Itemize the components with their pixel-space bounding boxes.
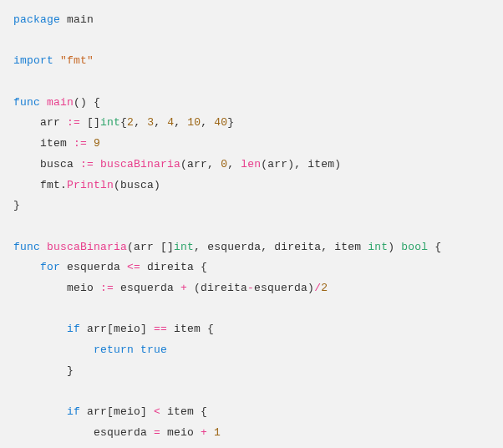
space [87,137,94,150]
op-assign: := [74,137,87,150]
comma: , [174,116,187,129]
var-busca: busca [40,158,80,171]
pkg-fmt: fmt [40,179,60,191]
keyword-return: return [94,344,134,356]
param: item [334,241,368,253]
comma: , [194,241,207,253]
space [80,405,87,418]
parens: () [74,96,87,109]
comma: , [321,241,334,253]
slice-brackets: [] [160,241,174,253]
func-println: Println [67,179,114,191]
number: 3 [147,116,154,129]
indent [13,405,67,418]
op-assign: := [100,282,114,294]
number: 1 [214,426,221,439]
func-main: main [47,96,74,109]
paren-open: ( [127,241,134,253]
keyword-if: if [67,323,80,335]
number: 40 [214,116,227,129]
paren-close: ) [334,158,341,171]
code-block: package main import "fmt" func main() { … [13,10,490,443]
expr: arr[meio] [87,405,154,418]
keyword-for: for [40,261,60,273]
expr: esquerda [94,426,154,439]
indent [13,323,67,335]
comma: , [261,241,274,253]
arg: arr [267,158,287,171]
space [94,158,100,171]
space [80,116,87,129]
slice-brackets: [] [87,116,100,129]
var-arr: arr [40,116,67,129]
comma: , [207,158,221,171]
keyword-if: if [67,405,80,418]
comma: , [227,158,241,171]
indent [13,158,40,171]
expr: item { [160,405,207,418]
brace-close: } [67,364,74,377]
type-int: int [368,241,388,253]
package-name: main [67,13,94,26]
expr: item { [167,323,214,335]
op-plus: + [180,282,187,294]
op-lt: < [154,405,160,418]
brace-open: { [428,241,441,253]
expr: direita { [140,261,207,273]
brace-open: { [87,96,100,109]
comma: , [294,158,307,171]
brace-open: { [120,116,127,129]
paren-close: ) [154,179,160,191]
func-buscabinaria: buscaBinaria [47,241,127,253]
expr: (direita [187,282,247,294]
space [134,344,140,356]
paren-open: ( [114,179,120,191]
space [60,261,67,273]
brace-close: } [227,116,234,129]
param: direita [274,241,321,253]
comma: , [201,116,214,129]
expr: arr[meio] [87,323,154,335]
indent [13,344,94,356]
func-call: buscaBinaria [100,158,180,171]
arg: busca [120,179,154,191]
keyword-func: func [13,96,40,109]
op-minus: - [247,282,254,294]
indent [13,261,40,273]
comma: , [154,116,167,129]
brace-close: } [13,199,20,211]
op-assign-eq: = [154,426,160,439]
space [207,426,214,439]
dot: . [60,179,67,191]
number: 2 [127,116,134,129]
number: 10 [187,116,201,129]
expr: esquerda [67,261,127,273]
type-int: int [100,116,120,129]
op-lte: <= [127,261,140,273]
number: 9 [94,137,100,150]
space [80,323,87,335]
type-bool: bool [401,241,428,253]
keyword-import: import [13,54,53,67]
param: arr [134,241,160,253]
bool-true: true [140,344,167,356]
op-div: / [314,282,321,294]
expr: esquerda [114,282,180,294]
import-path: "fmt" [60,54,94,67]
op-plus: + [201,426,207,439]
expr: meio [160,426,201,439]
paren-open: ( [180,158,187,171]
func-len: len [241,158,261,171]
number: 0 [221,158,227,171]
var-item: item [40,137,74,150]
indent [13,137,40,150]
var-meio: meio [67,282,100,294]
indent [13,179,40,191]
param: esquerda [207,241,261,253]
indent [13,282,67,294]
indent [13,116,40,129]
arg: item [307,158,334,171]
indent [13,364,67,377]
comma: , [134,116,147,129]
expr: esquerda) [254,282,314,294]
